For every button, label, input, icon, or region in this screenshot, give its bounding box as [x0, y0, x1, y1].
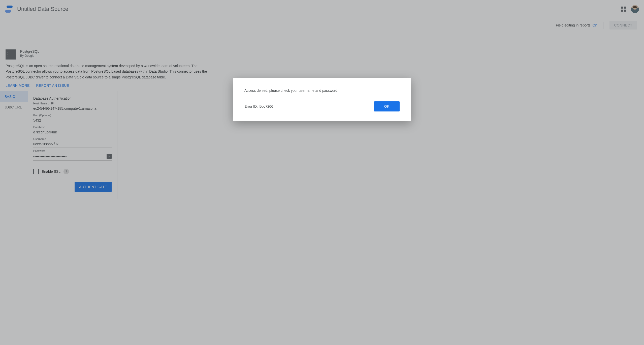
dialog-message: Access denied, please check your usernam… [244, 88, 400, 93]
dialog-error-id: Error ID: f5bc7206 [244, 104, 273, 108]
error-dialog: Access denied, please check your usernam… [233, 78, 411, 121]
ok-button[interactable]: OK [374, 101, 400, 111]
modal-overlay: Access denied, please check your usernam… [0, 0, 644, 199]
